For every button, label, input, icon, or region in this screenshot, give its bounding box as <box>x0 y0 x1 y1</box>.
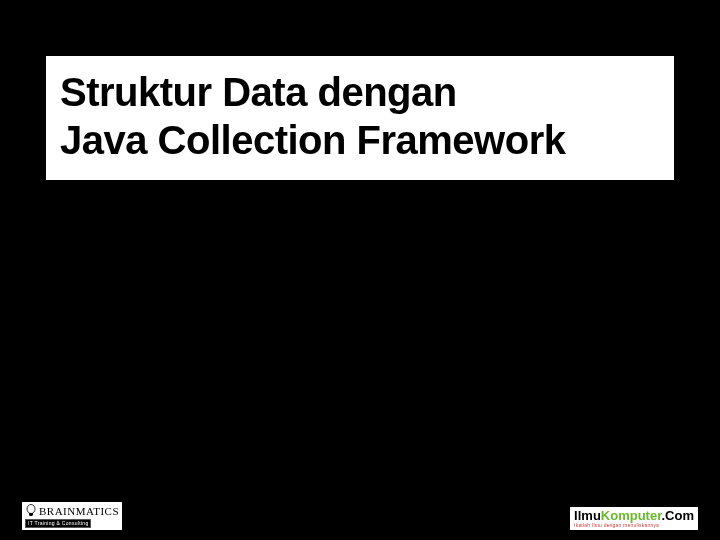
svg-rect-1 <box>29 513 33 515</box>
logo-ilmukomputer-inner: IlmuKomputer.Com Ikatlah Ilmu dengan men… <box>574 509 694 528</box>
brainmatics-name: BRAINMATICS <box>39 505 119 517</box>
logo-ilmukomputer: IlmuKomputer.Com Ikatlah Ilmu dengan men… <box>570 507 698 530</box>
ilmu-part2: Komputer <box>601 508 662 523</box>
footer: BRAINMATICS IT Training & Consulting Ilm… <box>0 492 720 530</box>
tagline-text: Ikatlah Ilmu dengan menuliskannya <box>574 522 659 528</box>
svg-point-0 <box>27 505 35 514</box>
brainmatics-row: BRAINMATICS <box>25 504 119 518</box>
logo-brainmatics-inner: BRAINMATICS IT Training & Consulting <box>25 504 119 528</box>
bulb-icon <box>25 504 37 518</box>
ilmukomputer-name: IlmuKomputer.Com <box>574 509 694 522</box>
brainmatics-subtitle: IT Training & Consulting <box>25 519 91 528</box>
title-container: Struktur Data dengan Java Collection Fra… <box>46 56 674 180</box>
logo-brainmatics: BRAINMATICS IT Training & Consulting <box>22 502 122 530</box>
title-line-2: Java Collection Framework <box>60 116 660 164</box>
svg-rect-2 <box>30 515 33 516</box>
title-line-1: Struktur Data dengan <box>60 68 660 116</box>
ilmukomputer-tagline: Ikatlah Ilmu dengan menuliskannya <box>574 522 659 528</box>
ilmu-part3: .Com <box>662 508 695 523</box>
ilmu-part1: Ilmu <box>574 508 601 523</box>
